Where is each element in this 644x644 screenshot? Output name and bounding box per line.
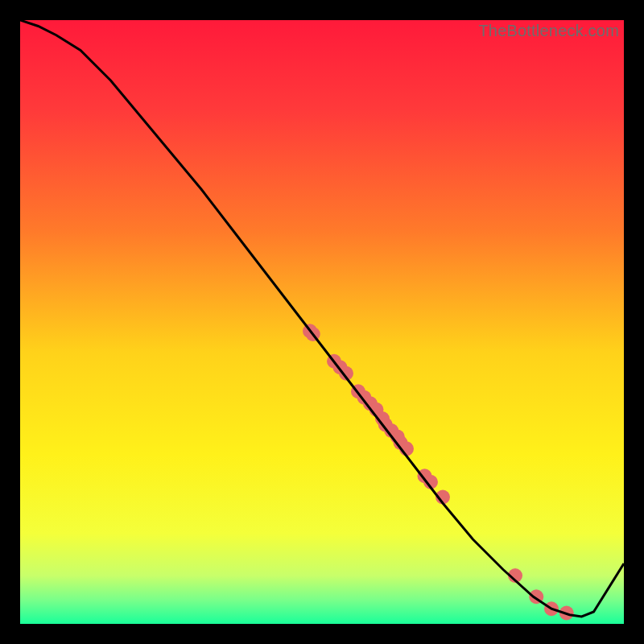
chart-frame: TheBottleneck.com	[20, 20, 624, 624]
chart-svg	[20, 20, 624, 624]
watermark-text: TheBottleneck.com	[478, 22, 619, 40]
chart-background	[20, 20, 624, 624]
